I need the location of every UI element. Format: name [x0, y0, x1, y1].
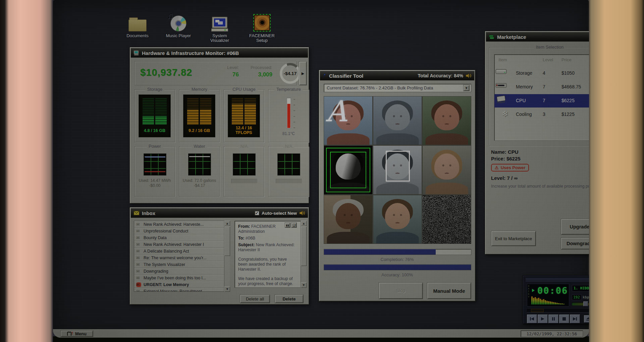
scroll-down-button[interactable]: ▼	[224, 286, 230, 292]
face-tile-static-noise[interactable]	[423, 195, 471, 244]
spectrum-bar	[546, 301, 548, 304]
clutterbar-letter[interactable]: O	[528, 285, 529, 287]
face-tile[interactable]	[423, 96, 471, 145]
gauge-name: CPU Usage	[230, 87, 258, 92]
classifier-icon	[323, 73, 327, 78]
face-tile[interactable]	[373, 96, 422, 145]
envelope-icon: ✉	[136, 289, 141, 292]
eject-button[interactable]	[584, 315, 589, 323]
mail-item-urgent[interactable]: ✉URGENT: Low Memory	[134, 281, 224, 288]
pause-icon: ▮▮	[286, 223, 289, 228]
scroll-up-button[interactable]: ▲	[224, 221, 230, 226]
clutterbar-letter[interactable]: I	[528, 290, 529, 293]
scroll-thumb[interactable]	[224, 226, 230, 256]
next-button[interactable]	[570, 315, 580, 323]
pause-messages-button[interactable]: ▮▮	[285, 222, 290, 228]
desktop-icon-music-player[interactable]: ♫ Music Player	[162, 13, 195, 38]
face-tile[interactable]: A	[324, 96, 372, 145]
mail-item[interactable]: ✉Bounty Data	[134, 234, 224, 241]
desktop-icon-faceminer[interactable]: FACEMINERSetup	[245, 13, 279, 43]
warning-icon: ⚠	[495, 165, 499, 170]
classifier-titlebar[interactable]: Classifier Tool Total Accuracy: 84%	[320, 71, 474, 80]
empty-chart	[277, 153, 300, 176]
icon-label-2: Visualizer	[210, 38, 229, 43]
scroll-down-button[interactable]: ▼	[301, 282, 307, 288]
accuracy-label: Accuracy: 100%	[319, 272, 475, 277]
delete-all-button[interactable]: Delete all	[240, 294, 270, 303]
autoselect-checkbox[interactable]: ✓	[255, 211, 259, 215]
mail-item[interactable]: ✉New Rank Achieved: Harvester I	[134, 241, 224, 248]
next-page-button[interactable]: ▶	[299, 61, 307, 85]
spectrum-bar	[561, 303, 563, 304]
mail-item[interactable]: ✉A Delicate Balancing Act	[134, 248, 224, 255]
mail-item[interactable]: ✉New Rank Achieved: Harveste...	[134, 221, 224, 228]
face-tile[interactable]	[373, 195, 422, 244]
envelope-icon: ✉	[136, 282, 141, 287]
scroll-thumb[interactable]	[301, 226, 307, 266]
cd-icon: ♫	[170, 15, 186, 31]
dataset-value: Current Dataset: 76.76% - 2.42GB - Bulk …	[327, 85, 433, 90]
player-titlebar[interactable]: ✕	[526, 278, 589, 281]
stop-button[interactable]	[559, 315, 569, 323]
mail-item[interactable]: ✉Maybe I've been doing this too l...	[134, 275, 224, 281]
clock[interactable]: 12/02/1999, 22:32:56	[521, 330, 583, 337]
mail-item[interactable]: ✉Downgrading	[134, 268, 224, 275]
spectrum-bar	[563, 304, 565, 304]
face-tile-selected[interactable]	[324, 146, 372, 194]
clutterbar-letter[interactable]: A	[528, 287, 529, 290]
scroll-up-button[interactable]: ▲	[301, 221, 307, 226]
desktop-icon-system-visualizer[interactable]: SystemVisualizer	[203, 13, 236, 43]
delete-button[interactable]: Delete	[275, 294, 304, 303]
play-button[interactable]	[538, 315, 548, 323]
clutterbar[interactable]: OAIDV	[528, 285, 529, 298]
item-row-cooling[interactable]: ❄ Cooling 3 $1225	[494, 108, 589, 121]
dropdown-button[interactable]: ▼	[463, 85, 470, 91]
power-chart	[144, 153, 166, 176]
menu-button[interactable]: Menu	[60, 330, 93, 337]
volume-thumb[interactable]	[583, 301, 588, 306]
speaker-icon[interactable]	[299, 210, 305, 216]
hardware-titlebar[interactable]: Hardware & Infrastructure Monitor: #06B	[131, 48, 308, 58]
inbox-titlebar[interactable]: Inbox ✓ Auto-select New	[131, 208, 308, 218]
envelope-icon: ✉	[136, 242, 141, 247]
spectrum-bar	[556, 303, 558, 304]
pause-button[interactable]	[548, 315, 558, 323]
clutterbar-letter[interactable]: D	[528, 293, 529, 295]
gauge-value: 12.4 / 16 TFLOPS	[229, 126, 258, 135]
face-tile[interactable]	[324, 195, 372, 244]
skip-button[interactable]: Skip	[379, 282, 423, 299]
volume-slider[interactable]	[572, 302, 589, 305]
item-row-cpu-selected[interactable]: CPU 7 $6225	[494, 94, 589, 108]
up-arrow-icon: ▲	[302, 222, 305, 225]
upgrade-button[interactable]: Upgrade⇧	[561, 219, 589, 235]
mail-list: ✉New Rank Achieved: Harveste... ✉Unprofe…	[134, 221, 230, 292]
face-tile-boxed[interactable]	[373, 146, 422, 194]
check-icon: ✓	[255, 211, 259, 215]
email-scrollbar[interactable]: ▲ ▼	[301, 221, 306, 288]
marketplace-titlebar[interactable]: Marketplace	[486, 32, 589, 42]
seek-bar[interactable]	[527, 309, 589, 312]
exit-to-marketplace-button[interactable]: Exit to Marketplace	[491, 231, 536, 246]
marketplace-icon	[489, 34, 495, 40]
dataset-dropdown[interactable]: Current Dataset: 76.76% - 2.42GB - Bulk …	[324, 84, 471, 92]
item-row-memory[interactable]: Memory 7 $4668.75	[494, 80, 589, 94]
item-row-storage[interactable]: Storage 4 $1050	[494, 67, 589, 80]
mail-item[interactable]: ✉External Message: Recruitment	[134, 288, 224, 292]
cpu-lcd: 12.4 / 16 TFLOPS	[228, 94, 260, 137]
mail-list-scrollbar[interactable]: ▲ ▼	[224, 221, 230, 292]
envelope-icon: ✉	[136, 262, 141, 267]
previous-button[interactable]	[527, 315, 537, 323]
popout-button[interactable]: ❑	[291, 222, 297, 228]
desktop-icon-documents[interactable]: Documents	[121, 13, 154, 38]
mail-item[interactable]: ✉Re: The warmest welcome you'r...	[134, 255, 224, 261]
mail-item[interactable]: ✉The System Visualizer	[134, 261, 224, 268]
clutterbar-letter[interactable]: V	[528, 295, 529, 298]
speaker-icon[interactable]	[466, 73, 472, 78]
autoselect-label: Auto-select New	[262, 211, 297, 216]
mail-item[interactable]: ✉Unprofessional Conduct	[134, 228, 224, 234]
downgrade-button[interactable]: Downgrade⇩	[561, 237, 589, 250]
manual-mode-button[interactable]: Manual Mode	[427, 282, 471, 299]
face-tile[interactable]	[423, 146, 471, 194]
seek-handle[interactable]	[531, 309, 544, 312]
classifier-window: Classifier Tool Total Accuracy: 84% Curr…	[319, 70, 476, 301]
